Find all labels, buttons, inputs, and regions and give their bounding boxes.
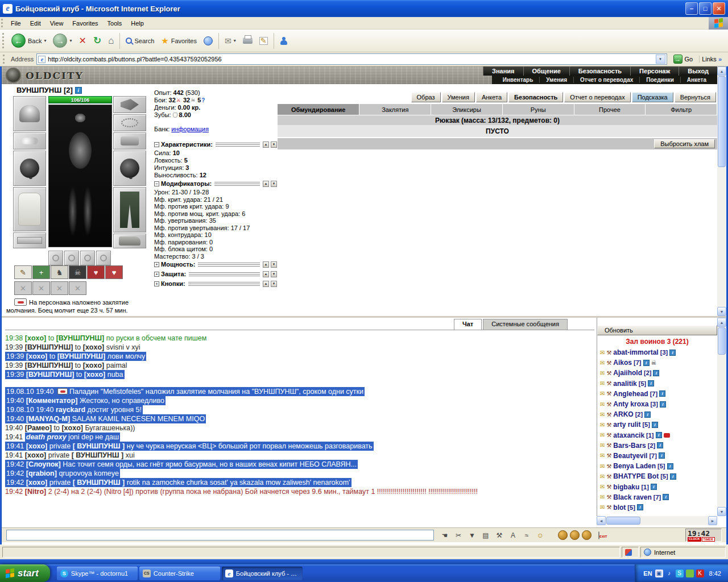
message-icon[interactable]: ✉ <box>600 350 605 356</box>
address-dropdown-icon[interactable]: ▾ <box>656 55 665 64</box>
home-button[interactable]: ⌂ <box>105 34 117 48</box>
potion-icon[interactable]: ♥ <box>105 265 123 279</box>
font-icon[interactable]: A <box>507 530 519 541</box>
collapse-toggle[interactable]: − <box>154 181 159 186</box>
coin2-icon[interactable] <box>570 530 580 540</box>
stop-button[interactable]: ✕ <box>76 34 89 48</box>
info-icon[interactable]: i <box>652 422 658 428</box>
ring-slot[interactable] <box>80 251 95 265</box>
pants-slot[interactable] <box>113 187 146 232</box>
user-row[interactable]: ✉⚒Anglehead[7]i <box>597 389 717 399</box>
ring-slot[interactable] <box>96 251 111 265</box>
antivirus-tray-icon[interactable]: K <box>696 569 704 577</box>
inv-button-5[interactable]: Подсказка <box>632 92 673 102</box>
info-icon[interactable]: i <box>659 452 665 459</box>
message-icon[interactable]: ✉ <box>600 484 605 490</box>
inv-button-1[interactable]: Умения <box>442 92 475 102</box>
info-icon[interactable]: i <box>651 484 657 490</box>
info-icon[interactable]: i <box>659 390 665 397</box>
coin3-icon[interactable] <box>582 530 592 540</box>
exit-button[interactable]: EXIT <box>598 532 607 539</box>
info-icon[interactable]: i <box>667 463 673 469</box>
expand-toggle[interactable]: + <box>154 281 159 286</box>
user-name[interactable]: BHATYPE Bot <box>613 472 659 480</box>
favorites-button[interactable]: ★ Favorites <box>158 34 200 48</box>
scroll-down-icon[interactable]: ▼ <box>717 307 726 316</box>
attack-icon[interactable]: ⚒ <box>606 350 611 356</box>
message-icon[interactable]: ✉ <box>600 370 605 376</box>
info-icon[interactable]: i <box>660 401 666 408</box>
info-icon[interactable]: i <box>670 473 676 480</box>
attack-icon[interactable]: ⚒ <box>606 411 611 418</box>
user-name[interactable]: analitik <box>613 380 636 388</box>
message-icon[interactable]: ✉ <box>600 442 605 448</box>
section-down-button[interactable]: ▼ <box>271 281 277 287</box>
volume-icon[interactable]: ♪ <box>665 569 673 577</box>
message-icon[interactable]: ✉ <box>600 360 605 366</box>
chat-tab-0[interactable]: Чат <box>454 319 482 330</box>
message-icon[interactable]: ✉ <box>600 473 605 480</box>
section-down-button[interactable]: ▼ <box>271 271 277 277</box>
attack-icon[interactable]: ⚒ <box>606 442 611 448</box>
trash-button[interactable]: Выбросить хлам <box>654 139 715 148</box>
skype-tray-icon[interactable]: S <box>676 569 684 577</box>
user-row[interactable]: ✉⚒Bars-Bars[2]i <box>597 440 717 451</box>
messenger-button[interactable] <box>277 35 291 47</box>
chat-input[interactable] <box>6 530 434 541</box>
smiley-icon[interactable]: ☺ <box>534 530 547 541</box>
user-name[interactable]: abat-immortal <box>613 348 658 356</box>
inv-button-6[interactable]: Вернуться <box>675 92 716 102</box>
info-icon[interactable]: i <box>644 411 651 418</box>
user-row[interactable]: ✉⚒bigbaku[1]i <box>597 481 717 492</box>
section-up-button[interactable]: ▲ <box>263 281 269 287</box>
message-icon[interactable]: ✉ <box>600 390 605 397</box>
info-icon[interactable]: i <box>648 380 654 386</box>
attack-icon[interactable]: ⚒ <box>606 484 611 490</box>
message-icon[interactable]: ✉ <box>600 380 605 386</box>
inv-button-2[interactable]: Анкета <box>476 92 507 102</box>
message-icon[interactable]: ✉ <box>600 463 605 469</box>
disabled-slot-icon[interactable]: ✕ <box>14 281 32 295</box>
note-icon[interactable]: ✎ <box>14 265 32 279</box>
coin1-icon[interactable] <box>558 530 568 540</box>
user-name[interactable]: bigbaku <box>613 483 639 491</box>
attack-icon[interactable]: ⚒ <box>606 380 611 386</box>
scroll-right-icon[interactable]: ► <box>708 516 717 525</box>
back-dropdown-icon[interactable]: ▾ <box>44 38 46 43</box>
address-input[interactable]: e http://oldcity.combats.pl/buttons.pl?b… <box>36 53 667 65</box>
info-icon[interactable]: i <box>637 504 643 510</box>
userlist-scrollbar[interactable]: ▲ ▼ <box>717 318 726 516</box>
user-name[interactable]: ARKO <box>613 410 633 418</box>
attack-icon[interactable]: ⚒ <box>606 452 611 459</box>
links-button[interactable]: Links » <box>699 56 726 63</box>
attack-icon[interactable]: ⚒ <box>606 360 611 366</box>
user-row[interactable]: ✉⚒abat-immortal[3]i <box>597 347 717 357</box>
user-name[interactable]: Aikos <box>613 359 632 367</box>
taskbar-task[interactable]: eБойцовский клуб - M... <box>222 567 303 580</box>
network-tray-icon[interactable]: ▣ <box>655 569 663 577</box>
user-name[interactable]: Beautyevil <box>613 452 647 460</box>
inv-button-3[interactable]: Безопасность <box>508 92 563 102</box>
scroll-down-icon[interactable]: ▼ <box>717 507 726 516</box>
shirt-slot[interactable] <box>13 187 46 231</box>
bank-info-link[interactable]: информация <box>171 126 209 133</box>
user-name[interactable]: blot <box>613 504 626 512</box>
save-icon[interactable]: ▤ <box>479 530 492 541</box>
attack-icon[interactable]: ⚒ <box>606 432 611 438</box>
user-row[interactable]: ✉⚒analitik[5]i <box>597 379 717 389</box>
pet-icon[interactable]: ♞ <box>51 265 68 279</box>
weapon-slot[interactable] <box>13 151 46 186</box>
boots-slot[interactable] <box>113 234 146 248</box>
disabled-slot-icon[interactable]: ✕ <box>69 281 86 295</box>
info-icon[interactable]: i <box>643 360 650 366</box>
heart-icon[interactable]: ♥ <box>87 265 105 279</box>
user-row[interactable]: ✉⚒arty rulit[5]i <box>597 419 717 430</box>
section-down-button[interactable]: ▼ <box>271 181 277 187</box>
message-icon[interactable]: ✉ <box>600 422 605 428</box>
axe-slot[interactable] <box>113 96 146 113</box>
scroll-thumb[interactable] <box>718 76 726 167</box>
ring-slot[interactable] <box>48 251 63 265</box>
chat-tab-1[interactable]: Системные сообщения <box>483 319 568 330</box>
page-scrollbar[interactable]: ▲ ▼ <box>717 66 726 316</box>
message-icon[interactable]: ✉ <box>600 504 605 510</box>
